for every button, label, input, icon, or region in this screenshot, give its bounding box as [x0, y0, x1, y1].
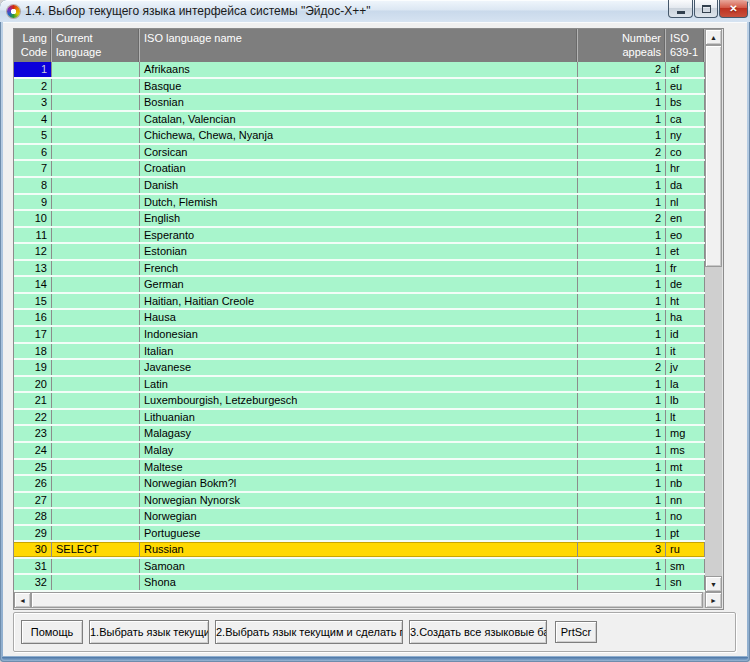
cell-name[interactable]: German — [140, 277, 578, 292]
cell-current[interactable] — [52, 360, 140, 375]
cell-code[interactable]: 12 — [14, 244, 52, 259]
cell-appeals[interactable]: 2 — [578, 145, 666, 160]
cell-current[interactable] — [52, 161, 140, 176]
horizontal-scrollbar[interactable]: ◄ ► — [14, 592, 722, 608]
cell-iso[interactable]: ms — [666, 443, 705, 458]
cell-iso[interactable]: it — [666, 344, 705, 359]
table-row[interactable]: 4Catalan, Valencian1ca — [14, 112, 705, 129]
cell-current[interactable]: SELECT — [52, 542, 140, 557]
cell-name[interactable]: Catalan, Valencian — [140, 112, 578, 127]
cell-appeals[interactable]: 1 — [578, 294, 666, 309]
cell-iso[interactable]: sn — [666, 575, 705, 590]
vertical-scrollbar[interactable]: ▲ ▼ — [705, 29, 722, 592]
cell-code[interactable]: 26 — [14, 476, 52, 491]
cell-current[interactable] — [52, 228, 140, 243]
table-row[interactable]: 5Chichewa, Chewa, Nyanja1ny — [14, 128, 705, 145]
cell-appeals[interactable]: 1 — [578, 112, 666, 127]
table-row[interactable]: 29Portuguese1pt — [14, 526, 705, 543]
scroll-left-button[interactable]: ◄ — [14, 592, 31, 608]
cell-appeals[interactable]: 1 — [578, 460, 666, 475]
cell-current[interactable] — [52, 310, 140, 325]
cell-name[interactable]: Italian — [140, 344, 578, 359]
cell-name[interactable]: Lithuanian — [140, 410, 578, 425]
cell-current[interactable] — [52, 95, 140, 110]
cell-code[interactable]: 27 — [14, 493, 52, 508]
cell-code[interactable]: 25 — [14, 460, 52, 475]
cell-appeals[interactable]: 1 — [578, 476, 666, 491]
maximize-button[interactable] — [694, 0, 718, 18]
table-row[interactable]: 24Malay1ms — [14, 443, 705, 460]
cell-code[interactable]: 8 — [14, 178, 52, 193]
cell-appeals[interactable]: 1 — [578, 393, 666, 408]
cell-current[interactable] — [52, 79, 140, 94]
cell-current[interactable] — [52, 559, 140, 574]
cell-iso[interactable]: de — [666, 277, 705, 292]
table-row[interactable]: 26Norwegian Bokm?l1nb — [14, 476, 705, 493]
cell-current[interactable] — [52, 426, 140, 441]
cell-current[interactable] — [52, 460, 140, 475]
cell-code[interactable]: 29 — [14, 526, 52, 541]
scroll-up-button[interactable]: ▲ — [705, 29, 722, 45]
cell-current[interactable] — [52, 509, 140, 524]
cell-code[interactable]: 9 — [14, 195, 52, 210]
cell-code[interactable]: 4 — [14, 112, 52, 127]
cell-iso[interactable]: pt — [666, 526, 705, 541]
table-row[interactable]: 10English2en — [14, 211, 705, 228]
cell-name[interactable]: Maltese — [140, 460, 578, 475]
cell-name[interactable]: Russian — [140, 542, 578, 557]
cell-appeals[interactable]: 1 — [578, 410, 666, 425]
cell-code[interactable]: 14 — [14, 277, 52, 292]
cell-appeals[interactable]: 1 — [578, 526, 666, 541]
cell-appeals[interactable]: 1 — [578, 195, 666, 210]
cell-appeals[interactable]: 1 — [578, 377, 666, 392]
cell-iso[interactable]: ny — [666, 128, 705, 143]
table-row[interactable]: 15Haitian, Haitian Creole1ht — [14, 294, 705, 311]
cell-current[interactable] — [52, 327, 140, 342]
cell-name[interactable]: Hausa — [140, 310, 578, 325]
table-row[interactable]: 1Afrikaans2af — [14, 62, 705, 79]
cell-appeals[interactable]: 2 — [578, 211, 666, 226]
cell-code[interactable]: 19 — [14, 360, 52, 375]
cell-code[interactable]: 11 — [14, 228, 52, 243]
cell-appeals[interactable]: 1 — [578, 443, 666, 458]
cell-current[interactable] — [52, 377, 140, 392]
cell-code[interactable]: 31 — [14, 559, 52, 574]
cell-iso[interactable]: ht — [666, 294, 705, 309]
table-row[interactable]: 8Danish1da — [14, 178, 705, 195]
cell-iso[interactable]: hr — [666, 161, 705, 176]
table-row[interactable]: 25Maltese1mt — [14, 460, 705, 477]
cell-appeals[interactable]: 2 — [578, 62, 666, 77]
prtscr-button[interactable]: PrtScr — [555, 621, 597, 643]
cell-iso[interactable]: eu — [666, 79, 705, 94]
cell-appeals[interactable]: 1 — [578, 79, 666, 94]
cell-iso[interactable]: et — [666, 244, 705, 259]
cell-code[interactable]: 22 — [14, 410, 52, 425]
table-row[interactable]: 31Samoan1sm — [14, 559, 705, 576]
cell-name[interactable]: Javanese — [140, 360, 578, 375]
titlebar[interactable]: 1.4. Выбор текущего языка интерфейса сис… — [0, 0, 750, 22]
cell-iso[interactable]: nb — [666, 476, 705, 491]
cell-appeals[interactable]: 1 — [578, 344, 666, 359]
cell-iso[interactable]: en — [666, 211, 705, 226]
cell-appeals[interactable]: 2 — [578, 360, 666, 375]
cell-code[interactable]: 7 — [14, 161, 52, 176]
cell-iso[interactable]: af — [666, 62, 705, 77]
cell-name[interactable]: Estonian — [140, 244, 578, 259]
cell-code[interactable]: 28 — [14, 509, 52, 524]
select-language-and-translate-button[interactable]: 2.Выбрать язык текущим и сделать перевод — [215, 620, 403, 644]
table-row[interactable]: 11Esperanto1eo — [14, 228, 705, 245]
cell-name[interactable]: Bosnian — [140, 95, 578, 110]
table-row[interactable]: 20Latin1la — [14, 377, 705, 394]
cell-code[interactable]: 15 — [14, 294, 52, 309]
cell-iso[interactable]: co — [666, 145, 705, 160]
cell-name[interactable]: Samoan — [140, 559, 578, 574]
cell-iso[interactable]: lb — [666, 393, 705, 408]
cell-name[interactable]: Danish — [140, 178, 578, 193]
table-row[interactable]: 32Shona1sn — [14, 575, 705, 592]
table-row[interactable]: 21Luxembourgish, Letzeburgesch1lb — [14, 393, 705, 410]
cell-appeals[interactable]: 1 — [578, 161, 666, 176]
cell-current[interactable] — [52, 294, 140, 309]
vertical-scrollbar-thumb[interactable] — [705, 45, 722, 267]
cell-appeals[interactable]: 1 — [578, 128, 666, 143]
cell-appeals[interactable]: 1 — [578, 327, 666, 342]
